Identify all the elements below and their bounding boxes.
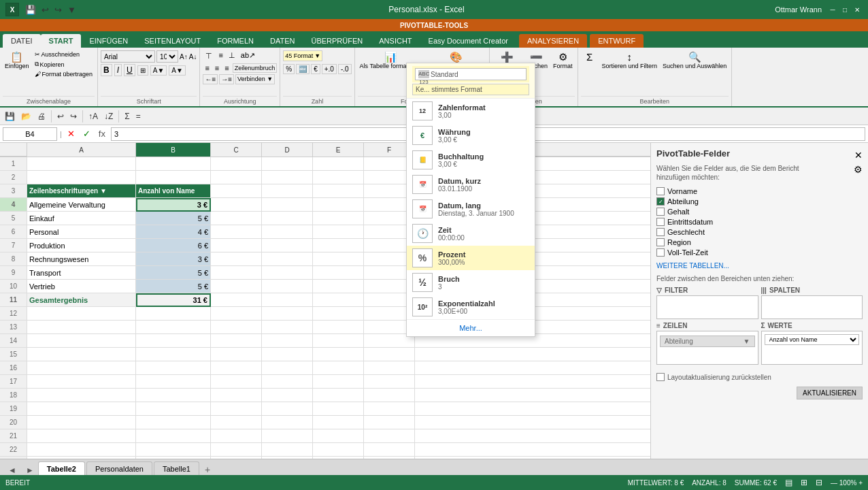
cell-b22[interactable]	[136, 443, 211, 457]
cell-a13[interactable]	[27, 321, 136, 334]
minimize-icon[interactable]: ─	[827, 4, 838, 15]
cell-d22[interactable]	[262, 443, 313, 457]
sheet-tab-tabelle1[interactable]: Tabelle1	[154, 461, 199, 475]
cell-d10[interactable]	[262, 280, 313, 293]
cell-b7[interactable]: 6 €	[136, 239, 211, 252]
tab-easydoc[interactable]: Easy Document Creator	[420, 34, 516, 48]
increase-indent-icon[interactable]: →≡	[219, 74, 234, 84]
standard-format-option[interactable]: ABC123 Standard	[415, 68, 527, 80]
cell-a22[interactable]	[27, 443, 136, 457]
cell-a19[interactable]	[27, 402, 136, 416]
cell-e17[interactable]	[313, 375, 364, 389]
cell-b9[interactable]: 5 €	[136, 266, 211, 280]
cell-b8[interactable]: 3 €	[136, 252, 211, 266]
layout-normal-icon[interactable]: ▤	[785, 478, 792, 487]
percent-style-button[interactable]: %	[283, 64, 295, 74]
cell-d11[interactable]	[262, 293, 313, 307]
cell-a9[interactable]: Transport	[27, 266, 136, 280]
customize-icon[interactable]: ▼	[65, 4, 78, 16]
cell-c16[interactable]	[211, 361, 262, 375]
cell-b15[interactable]	[136, 348, 211, 361]
find-select-button[interactable]: 🔍 Suchen und Auswählen	[661, 50, 729, 71]
col-header-c[interactable]: C	[211, 143, 262, 157]
cell-a16[interactable]	[27, 361, 136, 375]
cell-c2[interactable]	[211, 171, 262, 184]
col-header-b[interactable]: B	[136, 143, 211, 157]
pivot-checkbox-vollzeit[interactable]	[656, 248, 665, 257]
cell-a6[interactable]: Personal	[27, 225, 136, 239]
cell-a4[interactable]: Allgemeine Verwaltung	[27, 198, 136, 212]
pivot-checkbox-eintrittsdatum[interactable]	[656, 218, 665, 226]
aktualisieren-button[interactable]: AKTUALISIEREN	[797, 387, 863, 399]
weitere-tabellen-link[interactable]: WEITERE TABELLEN...	[656, 262, 863, 270]
cell-b23[interactable]	[136, 457, 211, 459]
cell-d4[interactable]	[262, 198, 313, 212]
fill-color-button[interactable]: A▼	[150, 65, 167, 76]
format-painter-button[interactable]: 🖌 Format übertragen	[33, 70, 95, 78]
cell-e2[interactable]	[313, 171, 364, 184]
cell-d21[interactable]	[262, 429, 313, 443]
format-item-buchhaltung[interactable]: 📒 Buchhaltung 3,00 €	[407, 148, 535, 172]
tb-sort-asc[interactable]: ↑A	[86, 111, 100, 122]
filter-drop-zone[interactable]	[656, 295, 758, 319]
zeilen-abteilung-tag[interactable]: Abteilung ▼	[660, 336, 755, 347]
cell-e3[interactable]	[313, 184, 364, 198]
bold-button[interactable]: B	[101, 64, 112, 76]
pivot-field-region[interactable]: Region	[656, 238, 863, 246]
cell-d13[interactable]	[262, 321, 313, 334]
tab-formeln[interactable]: FORMELN	[209, 34, 262, 48]
cell-a10[interactable]: Vertrieb	[27, 280, 136, 293]
decrease-indent-icon[interactable]: ←≡	[203, 74, 218, 84]
tb-redo[interactable]: ↪	[68, 111, 79, 122]
cancel-formula-icon[interactable]: ✕	[65, 129, 78, 139]
cell-d8[interactable]	[262, 252, 313, 266]
align-bottom-icon[interactable]: ⊥	[227, 50, 237, 62]
format-item-datum-kurz[interactable]: 📅 Datum, kurz 03.01.1900	[407, 172, 535, 197]
cell-c12[interactable]	[211, 307, 262, 321]
format-mehr-link[interactable]: Mehr...	[407, 319, 535, 336]
align-right-icon[interactable]: ≡	[222, 63, 231, 73]
close-icon[interactable]: ✕	[852, 4, 863, 15]
tab-analysieren[interactable]: ANALYSIEREN	[519, 34, 587, 48]
pivot-checkbox-vorname[interactable]	[656, 187, 665, 195]
cell-b21[interactable]	[136, 429, 211, 443]
cell-c15[interactable]	[211, 348, 262, 361]
cell-e5[interactable]	[313, 212, 364, 225]
cell-a8[interactable]: Rechnungswesen	[27, 252, 136, 266]
cell-f21[interactable]	[364, 429, 415, 443]
cell-a11[interactable]: Gesamtergebnis	[27, 293, 136, 307]
cell-b16[interactable]	[136, 361, 211, 375]
font-name-select[interactable]: Arial	[101, 50, 155, 63]
cell-a14[interactable]	[27, 334, 136, 348]
cell-f23[interactable]	[364, 457, 415, 459]
cell-a12[interactable]	[27, 307, 136, 321]
cell-e11[interactable]	[313, 293, 364, 307]
pivot-close-icon[interactable]: ✕	[854, 150, 863, 161]
cell-e8[interactable]	[313, 252, 364, 266]
cell-a1[interactable]	[27, 157, 136, 171]
cell-c3[interactable]	[211, 184, 262, 198]
grid-container[interactable]: 1 2	[0, 157, 650, 459]
cell-f17[interactable]	[364, 375, 415, 389]
cell-a17[interactable]	[27, 375, 136, 389]
cell-c17[interactable]	[211, 375, 262, 389]
cell-c21[interactable]	[211, 429, 262, 443]
cell-d1[interactable]	[262, 157, 313, 171]
werte-anzahl-select[interactable]: Anzahl von Name	[765, 334, 860, 345]
zeilen-tag-dropdown-icon[interactable]: ▼	[744, 338, 750, 345]
scroll-tabs-left-icon[interactable]: ◄	[5, 466, 19, 475]
cell-b12[interactable]	[136, 307, 211, 321]
pivot-field-eintrittsdatum[interactable]: Eintrittsdatum	[656, 218, 863, 226]
format-item-prozent[interactable]: % Prozent 300,00%	[407, 246, 535, 270]
pivot-field-vollzeit[interactable]: Voll-Teil-Zeit	[656, 248, 863, 257]
cell-b6[interactable]: 4 €	[136, 225, 211, 239]
align-middle-icon[interactable]: ≡	[216, 50, 224, 62]
cell-a3[interactable]: Zeilenbeschriftungen ▼	[27, 184, 136, 198]
redo-icon[interactable]: ↪	[52, 4, 64, 16]
sort-filter-button[interactable]: ↕ Sortieren und Filtern	[600, 50, 660, 71]
pivot-field-gehalt[interactable]: Gehalt	[656, 208, 863, 216]
cell-c13[interactable]	[211, 321, 262, 334]
cell-d19[interactable]	[262, 402, 313, 416]
tab-ansicht[interactable]: ANSICHT	[371, 34, 420, 48]
cell-f18[interactable]	[364, 389, 415, 402]
